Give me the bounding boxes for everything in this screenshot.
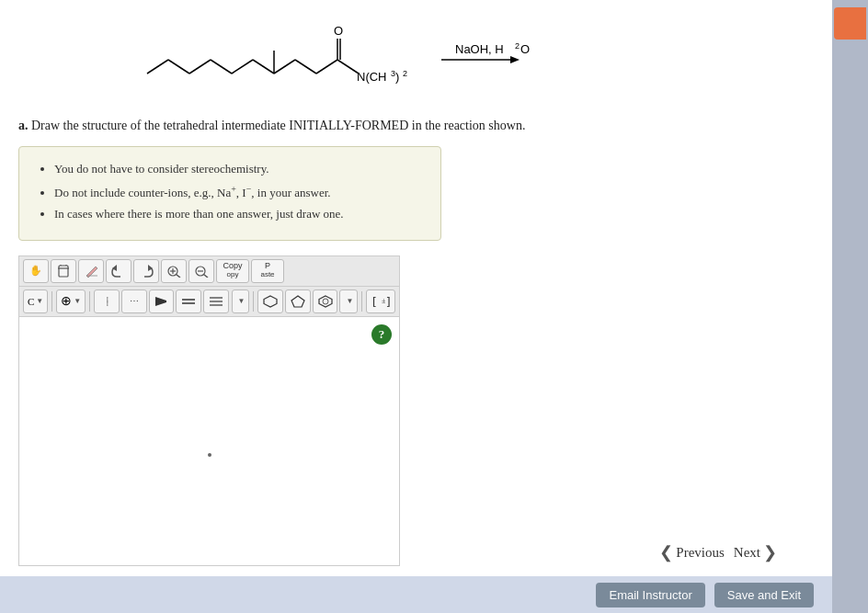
svg-rect-23 xyxy=(59,266,68,277)
charge-plus: ⊕ xyxy=(61,293,72,309)
charge-arrow: ▼ xyxy=(74,297,81,305)
svg-line-2 xyxy=(189,60,211,74)
svg-marker-45 xyxy=(291,296,304,307)
svg-marker-44 xyxy=(264,296,277,307)
svg-line-0 xyxy=(147,60,168,74)
undo-button[interactable] xyxy=(106,259,131,283)
bond-arrow: ▼ xyxy=(238,297,246,305)
footer-bar: Email Instructor Save and Exit xyxy=(0,576,832,613)
instructions-box: You do not have to consider stereochemis… xyxy=(18,146,441,241)
svg-text:O: O xyxy=(520,42,530,56)
copy-button[interactable]: Copy opy xyxy=(216,259,249,283)
single-bond-tool[interactable]: ⟋ xyxy=(94,289,120,313)
svg-line-5 xyxy=(253,60,274,74)
prev-chevron: ❮ xyxy=(659,542,673,562)
carbon-arrow: ▼ xyxy=(36,297,43,305)
eraser-tool[interactable] xyxy=(78,259,104,283)
svg-line-8 xyxy=(295,60,316,74)
next-button[interactable]: Next ❯ xyxy=(734,542,777,562)
svg-line-1 xyxy=(168,60,189,74)
carbon-dropdown[interactable]: C ▼ xyxy=(23,289,48,313)
save-exit-button[interactable]: Save and Exit xyxy=(714,583,814,607)
triple-bond-tool[interactable] xyxy=(203,289,229,313)
instruction-item-2: Do not include counter-ions, e.g., Na+, … xyxy=(54,182,424,202)
svg-line-9 xyxy=(316,60,337,74)
svg-marker-19 xyxy=(510,56,520,63)
sidebar-button[interactable] xyxy=(834,7,866,40)
sep2 xyxy=(89,291,90,312)
instruction-item-3: In cases where there is more than one an… xyxy=(54,205,424,223)
bond-dropdown[interactable]: ▼ xyxy=(232,289,250,313)
svg-line-3 xyxy=(211,60,232,74)
svg-point-47 xyxy=(323,299,328,304)
instructions-list: You do not have to consider stereochemis… xyxy=(36,160,424,223)
redo-button[interactable] xyxy=(133,259,159,283)
svg-line-13 xyxy=(337,60,359,74)
bold-bond-tool[interactable] xyxy=(149,289,175,313)
navigation-row: ❮ Previous Next ❯ xyxy=(641,533,795,572)
sep4 xyxy=(361,291,362,312)
email-instructor-button[interactable]: Email Instructor xyxy=(596,583,704,607)
svg-text:NaOH, H: NaOH, H xyxy=(455,42,504,56)
zoom-out-button[interactable] xyxy=(188,259,214,283)
toolbar-row1: ✋ Copy opy P xyxy=(19,256,399,287)
help-icon[interactable]: ? xyxy=(371,324,392,345)
main-content: O N(CH 3 ) 2 NaOH, H 2 O a. Draw the str… xyxy=(0,0,832,613)
next-chevron: ❯ xyxy=(763,542,777,562)
svg-marker-38 xyxy=(155,297,166,306)
svg-marker-46 xyxy=(319,296,332,307)
dashed-bond-tool[interactable]: ⋯ xyxy=(121,289,147,313)
canvas-dot xyxy=(208,453,211,457)
svg-text:): ) xyxy=(395,70,399,84)
shape-arrow: ▼ xyxy=(346,297,353,305)
carbon-label: C xyxy=(28,296,34,307)
svg-text:O: O xyxy=(334,24,343,38)
reaction-svg: O N(CH 3 ) 2 NaOH, H 2 O xyxy=(74,18,552,101)
hexagon-tool[interactable] xyxy=(257,289,283,313)
toolbar-row2: C ▼ ⊕ ▼ ⟋ ⋯ xyxy=(19,287,399,317)
hand-tool[interactable]: ✋ xyxy=(23,259,49,283)
svg-text:N(CH: N(CH xyxy=(357,70,387,84)
svg-line-7 xyxy=(274,60,295,74)
svg-line-4 xyxy=(232,60,253,74)
benzene-tool[interactable] xyxy=(313,289,338,313)
svg-text:±: ± xyxy=(382,297,386,305)
svg-text:2: 2 xyxy=(403,69,407,78)
drawing-canvas[interactable]: ? xyxy=(19,317,399,565)
clear-button[interactable] xyxy=(51,259,76,283)
pentagon-tool[interactable] xyxy=(285,289,311,313)
double-bond-tool[interactable] xyxy=(176,289,201,313)
svg-text:2: 2 xyxy=(515,41,520,51)
svg-text:[ ]: [ ] xyxy=(371,295,391,308)
sidebar-right xyxy=(832,0,868,613)
paste-button[interactable]: P aste xyxy=(251,259,284,283)
shape-dropdown[interactable]: ▼ xyxy=(339,289,358,313)
sep1 xyxy=(51,291,52,312)
question-text: a. Draw the structure of the tetrahedral… xyxy=(18,116,814,135)
svg-line-32 xyxy=(177,274,181,278)
question-label: a. xyxy=(18,119,29,132)
chem-structure: O N(CH 3 ) 2 NaOH, H 2 O xyxy=(18,18,814,101)
instruction-item-1: You do not have to consider stereochemis… xyxy=(54,160,424,178)
charge-dropdown[interactable]: ⊕ ▼ xyxy=(56,289,86,313)
zoom-in-button[interactable] xyxy=(161,259,187,283)
sep3 xyxy=(253,291,254,312)
svg-line-36 xyxy=(204,274,209,278)
next-label: Next xyxy=(734,545,760,561)
drawing-area: ✋ Copy opy P xyxy=(18,255,400,566)
previous-label: Previous xyxy=(676,545,725,561)
bracket-tool[interactable]: [ ]± xyxy=(366,289,395,313)
question-body: Draw the structure of the tetrahedral in… xyxy=(31,119,525,132)
previous-button[interactable]: ❮ Previous xyxy=(659,542,725,562)
